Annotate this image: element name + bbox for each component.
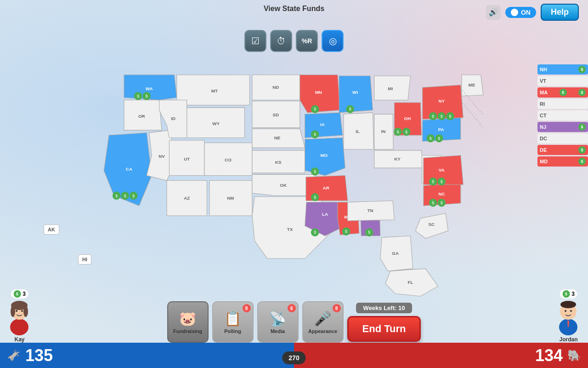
toolbar-percent-btn[interactable]: %R (296, 30, 318, 52)
state-ND[interactable] (252, 75, 300, 100)
svg-text:$: $ (314, 230, 316, 235)
top-bar: View State Funds (0, 5, 588, 13)
svg-text:$: $ (314, 195, 316, 200)
state-MO[interactable] (305, 138, 345, 176)
toolbar-clock-btn[interactable]: ⏱ (270, 30, 292, 52)
fundraising-label: Fundraising (173, 328, 202, 334)
fundraising-button[interactable]: 🐷 Fundraising (167, 301, 209, 343)
svg-text:$: $ (124, 194, 126, 198)
state-IN[interactable] (374, 114, 394, 150)
weeks-left-label: Weeks Left: 10 (356, 303, 413, 313)
polling-badge: 8 (243, 304, 251, 312)
appearance-badge: 8 (333, 304, 341, 312)
state-KY[interactable] (374, 150, 423, 168)
score-center: 270 (282, 351, 305, 364)
toolbar: ☑ ⏱ %R ◎ (244, 30, 344, 52)
ne-state-MA[interactable]: MA $ $ (537, 87, 588, 98)
state-IL[interactable] (344, 113, 374, 150)
money-icon-DE: $ (578, 146, 586, 154)
score-right: 134 🐘 (294, 343, 588, 368)
appearance-icon: 🎤 (314, 310, 331, 327)
player-left-money-value: 3 (23, 291, 26, 297)
state-CO[interactable] (204, 143, 252, 175)
state-MT[interactable] (177, 75, 250, 105)
svg-text:$: $ (314, 169, 316, 174)
state-MN[interactable] (300, 75, 340, 113)
svg-text:$: $ (146, 94, 148, 98)
state-SC[interactable] (415, 213, 448, 239)
state-box-HI[interactable]: HI (78, 254, 91, 264)
polling-icon: 📋 (224, 310, 241, 327)
svg-text:$: $ (432, 179, 434, 184)
toolbar-target-btn[interactable]: ◎ (322, 30, 344, 52)
state-OR[interactable] (124, 100, 162, 131)
state-WI[interactable] (339, 76, 373, 113)
toolbar-check-btn[interactable]: ☑ (244, 30, 266, 52)
state-NE[interactable] (252, 129, 305, 148)
state-NM[interactable] (209, 181, 252, 216)
svg-text:$: $ (432, 114, 434, 119)
player-right-money-value: 3 (571, 291, 575, 297)
media-icon: 📡 (269, 310, 286, 327)
fundraising-icon: 🐷 (179, 310, 196, 327)
money-icon-MD: $ (578, 158, 586, 165)
svg-text:$: $ (397, 130, 399, 134)
svg-line-89 (462, 103, 483, 128)
state-IA[interactable] (305, 113, 343, 138)
ne-state-VT[interactable]: VT (537, 76, 588, 86)
state-KS[interactable] (252, 150, 305, 173)
media-button[interactable]: 8 📡 Media (257, 301, 299, 343)
svg-text:$: $ (368, 230, 370, 235)
svg-text:$: $ (137, 94, 139, 98)
ne-state-MD[interactable]: MD $ (537, 156, 588, 167)
bottom-action-bar: 🐷 Fundraising 8 📋 Polling 8 📡 Media 8 🎤 … (0, 301, 588, 343)
score-right-value: 134 (535, 346, 563, 365)
svg-text:$: $ (430, 136, 432, 141)
money-icon-MA2: $ (578, 89, 586, 96)
svg-text:$: $ (345, 229, 347, 234)
svg-text:$: $ (441, 114, 443, 119)
svg-text:$: $ (438, 136, 440, 141)
svg-text:$: $ (132, 194, 135, 198)
svg-text:$: $ (115, 194, 118, 198)
state-FL[interactable] (385, 269, 438, 296)
state-box-AK[interactable]: AK (44, 224, 59, 235)
score-left-value: 135 (25, 346, 53, 365)
us-map-container: WA $ $ OR CA $ $ $ NV ID MT WY UT CO (37, 60, 533, 301)
ne-state-NH[interactable]: NH $ (537, 64, 588, 75)
state-ME[interactable] (462, 75, 483, 96)
elephant-icon: 🐘 (567, 349, 581, 362)
state-OK[interactable] (252, 174, 315, 196)
money-icon-right: $ (562, 290, 570, 298)
ne-state-RI[interactable]: RI (537, 99, 588, 109)
appearance-button[interactable]: 8 🎤 Appearance (302, 301, 344, 343)
ne-state-CT[interactable]: CT (537, 110, 588, 121)
weeks-end-container: Weeks Left: 10 End Turn (347, 303, 421, 342)
ne-state-DE[interactable]: DE $ (537, 145, 588, 155)
svg-text:$: $ (441, 201, 443, 205)
state-UT[interactable] (169, 140, 204, 176)
end-turn-button[interactable]: End Turn (347, 316, 421, 342)
view-state-funds-label: View State Funds (264, 5, 324, 13)
state-AZ[interactable] (167, 181, 207, 216)
state-TN[interactable] (348, 201, 395, 221)
svg-text:$: $ (432, 201, 434, 205)
svg-text:$: $ (405, 130, 407, 134)
northeast-panel: NH $ VT MA $ $ RI CT NJ $ DC DE $ MD $ (537, 64, 588, 167)
score-left: 🫏 135 (0, 343, 294, 368)
us-map-svg: WA $ $ OR CA $ $ $ NV ID MT WY UT CO (37, 60, 533, 301)
state-WY[interactable] (187, 108, 245, 138)
polling-button[interactable]: 8 📋 Polling (212, 301, 254, 343)
player-left-money: $ 3 (11, 289, 28, 299)
svg-text:$: $ (441, 179, 443, 184)
state-MI[interactable] (374, 76, 411, 100)
state-SD[interactable] (252, 101, 300, 128)
ne-state-DC[interactable]: DC (537, 133, 588, 144)
polling-label: Polling (224, 328, 241, 334)
ne-state-NJ[interactable]: NJ $ (537, 122, 588, 132)
state-GA[interactable] (380, 236, 413, 271)
svg-text:$: $ (349, 107, 351, 111)
appearance-label: Appearance (308, 328, 337, 334)
money-icon-MA: $ (560, 89, 567, 96)
media-badge: 8 (288, 304, 296, 312)
